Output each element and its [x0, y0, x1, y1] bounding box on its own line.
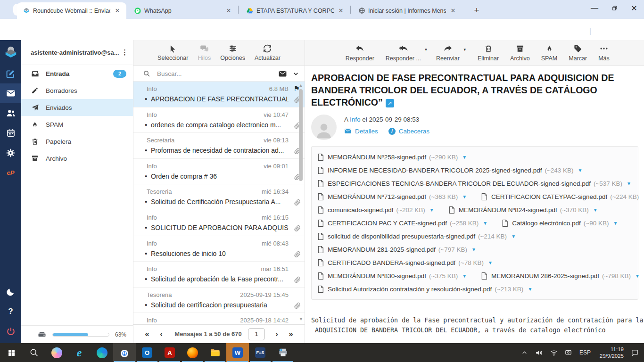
rail-contacts-button[interactable] [0, 103, 21, 123]
fs-app-button[interactable]: F≡S [249, 343, 272, 362]
file-explorer-button[interactable] [204, 343, 226, 362]
volume-icon[interactable] [532, 349, 546, 357]
attachment-item[interactable]: MEMORÁNDUM Nº712-signed.pdf (~363 KB) ▼ [317, 193, 467, 201]
rail-cpanel-button[interactable]: cP [0, 163, 21, 182]
details-link[interactable]: Detalles [344, 127, 378, 135]
rail-logout-button[interactable] [0, 321, 21, 341]
edge-button[interactable] [91, 343, 113, 362]
close-tab-icon[interactable]: ✕ [337, 7, 345, 15]
mark-button[interactable]: Marcar [569, 44, 587, 62]
message-row[interactable]: Tesoreria mié 16:34 ⚑ • Solicitud de Cer… [133, 184, 305, 210]
account-header[interactable]: asistente-administrativo@sa... ⋮ [21, 40, 133, 65]
list-scrollbar[interactable]: ▲ [298, 83, 303, 181]
message-row[interactable]: Info mar 16:51 ⚑ • Solicitud de aprobaci… [133, 262, 305, 288]
attachment-dropdown-icon[interactable]: ▼ [613, 221, 618, 226]
word-button[interactable]: W [226, 343, 249, 362]
copilot-button[interactable] [45, 343, 68, 362]
account-menu-icon[interactable]: ⋮ [121, 48, 128, 57]
attachment-item[interactable]: ESPECIFICACIONES TECNICAS-BANDERA TRICOL… [317, 180, 631, 188]
message-row[interactable]: Info vie 09:01 ⚑ • Orden de compra # 36 [133, 159, 305, 185]
attachment-item[interactable]: comunicado-signed.pdf (~202 KB) ▼ [317, 206, 434, 214]
attachment-dropdown-icon[interactable]: ▼ [483, 221, 487, 226]
rail-mail-button[interactable] [0, 83, 21, 103]
attachment-dropdown-icon[interactable]: ▼ [578, 168, 583, 173]
reply-all-dropdown-icon[interactable]: ▾ [425, 47, 427, 52]
attachment-dropdown-icon[interactable]: ▼ [429, 207, 434, 213]
sidebar-item-borradores[interactable]: Borradores [21, 82, 133, 99]
sidebar-item-papelera[interactable]: Papelera [21, 133, 133, 150]
tray-chevron-icon[interactable] [517, 350, 532, 356]
attachment-dropdown-icon[interactable]: ▼ [627, 181, 631, 186]
select-button[interactable]: Seleccionar [157, 44, 188, 61]
archive-button[interactable]: Archivo [510, 44, 530, 62]
language-indicator[interactable]: ESP [576, 349, 594, 356]
attachment-dropdown-icon[interactable]: ▼ [528, 287, 532, 292]
headers-link[interactable]: i Cabeceras [388, 128, 429, 135]
tab-informes[interactable]: Iniciar sesión | Informes Mensua ✕ [353, 2, 462, 19]
notification-center-icon[interactable] [627, 349, 642, 357]
close-tab-icon[interactable]: ✕ [113, 7, 122, 15]
attachment-item[interactable]: MEMORANDUM 281-2025-signed.pdf (~797 KB)… [317, 246, 476, 254]
message-row[interactable]: Info mié 16:15 ⚑ • SOLICITUD DE APROBACI… [133, 210, 305, 236]
attachment-item[interactable]: CERTIFICACION PAC Y CATE-signed.pdf (~25… [317, 219, 487, 227]
next-page-button[interactable]: › [270, 329, 284, 339]
close-tab-icon[interactable]: ✕ [224, 7, 233, 15]
tab-roundcube[interactable]: Roundcube Webmail :: Enviados ✕ [17, 2, 126, 19]
attachment-item[interactable]: Catálogo electrónico.pdf (~90 KB) ▼ [502, 219, 618, 227]
rail-darkmode-button[interactable] [0, 282, 21, 302]
close-window-button[interactable]: ✕ [624, 0, 644, 16]
spam-button[interactable]: SPAM [541, 44, 558, 62]
external-link-icon[interactable]: ↗ [386, 99, 394, 107]
rail-settings-button[interactable] [0, 143, 21, 163]
outlook-button[interactable]: O [136, 343, 158, 362]
tab-drive[interactable]: ETAPA ESTATURA Y CORPORAL ✕ [240, 2, 350, 19]
attachment-dropdown-icon[interactable]: ▼ [471, 247, 476, 252]
printer-app-button[interactable]: i [272, 343, 294, 362]
recipient-link[interactable]: Info [350, 116, 361, 123]
attachment-dropdown-icon[interactable]: ▼ [462, 155, 467, 160]
meet-now-icon[interactable] [561, 349, 576, 356]
message-row[interactable]: Info vie 10:47 ⚑ • ordenes de compra cat… [133, 107, 305, 133]
attachment-item[interactable]: INFORME DE NECESIDAD-BANDERA TRICOLOR 20… [317, 166, 582, 174]
chrome-button[interactable] [113, 343, 136, 362]
message-row[interactable]: Info 2025-09-18 14:42 ⚑ • [133, 313, 305, 324]
page-number-input[interactable] [248, 328, 265, 340]
reply-button[interactable]: Responder [346, 44, 374, 62]
reply-all-button[interactable]: Responder ... ▾ [386, 44, 421, 62]
rail-calendar-button[interactable] [0, 123, 21, 143]
attachment-dropdown-icon[interactable]: ▼ [635, 273, 640, 279]
message-row[interactable]: Info mié 08:43 ⚑ • Resoluciones de inici… [133, 236, 305, 262]
clock[interactable]: 11:19 29/9/2025 [594, 346, 624, 359]
internet-explorer-button[interactable]: e [68, 343, 91, 362]
delete-button[interactable]: Eliminar [478, 44, 499, 62]
refresh-button[interactable]: Actualizar [255, 44, 281, 61]
search-options-chevron-icon[interactable] [293, 71, 299, 77]
attachment-dropdown-icon[interactable]: ▼ [462, 194, 467, 199]
sidebar-item-spam[interactable]: SPAM [21, 116, 133, 133]
attachment-item[interactable]: MEMORÁNDUM Nº258-signed.pdf (~290 KB) ▼ [317, 153, 467, 161]
last-page-button[interactable]: » [284, 329, 298, 339]
options-button[interactable]: Opciones [220, 44, 245, 61]
tab-whatsapp[interactable]: WhatsApp ✕ [128, 2, 238, 19]
message-row[interactable]: Info 6.8 MB ⚑ • APROBACION DE FASE PRECO… [133, 82, 305, 107]
attachment-item[interactable]: MEMORANDUM 286-2025-signed.pdf (~798 KB)… [481, 272, 640, 280]
forward-dropdown-icon[interactable]: ▾ [463, 47, 466, 52]
rail-help-button[interactable]: ? [0, 302, 21, 321]
minimize-button[interactable]: — [585, 0, 604, 16]
sidebar-item-entrada[interactable]: Entrada 2 [21, 65, 133, 82]
attachment-item[interactable]: solicitud de disponibilidad presupuestar… [317, 232, 516, 240]
first-page-button[interactable]: « [140, 329, 154, 339]
message-row[interactable]: Tesoreria 2025-09-19 15:45 ⚑ • Solicitud… [133, 288, 305, 313]
more-button[interactable]: Más [598, 44, 610, 62]
sidebar-item-archivo[interactable]: Archivo [21, 150, 133, 167]
prev-page-button[interactable]: ‹ [154, 329, 168, 339]
scroll-up-icon[interactable]: ▲ [299, 83, 303, 88]
scrollbar-thumb[interactable] [299, 89, 303, 181]
wifi-icon[interactable] [546, 349, 561, 357]
firefox-button[interactable] [181, 343, 204, 362]
acrobat-button[interactable]: A [158, 343, 181, 362]
attachment-item[interactable]: CERTIFICADO BANDERA-signed-signed.pdf (~… [317, 259, 493, 267]
attachment-item[interactable]: MEMORÁNDUM Nº824-signed.pdf (~370 KB) ▼ [448, 206, 598, 214]
scroll-down-icon[interactable]: ▼ [299, 317, 303, 321]
start-button[interactable] [0, 343, 23, 362]
